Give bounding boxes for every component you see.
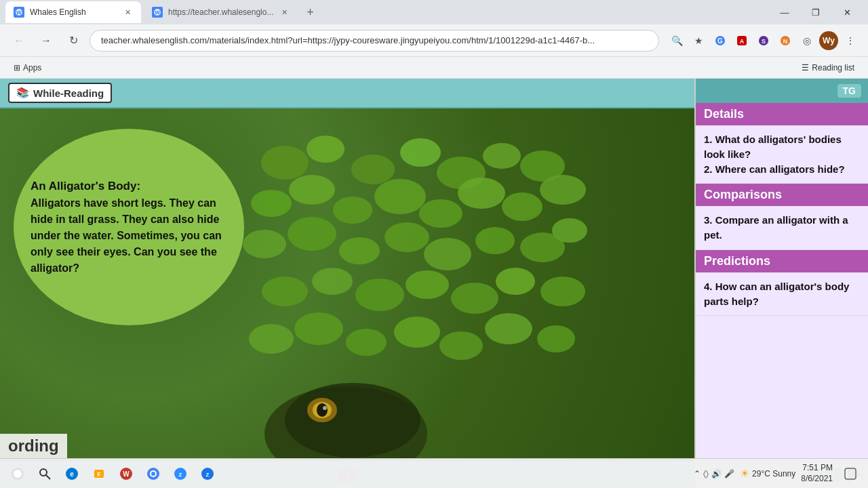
svg-text:F: F xyxy=(97,471,101,478)
main-content: 📚 While-Reading xyxy=(0,79,868,488)
taskbar-start-icon[interactable] xyxy=(5,462,30,486)
search-icon[interactable]: 🔍 xyxy=(667,31,686,50)
tg-badge: TG xyxy=(837,84,861,98)
back-button[interactable]: ← xyxy=(8,30,30,52)
apps-grid-icon: ⊞ xyxy=(14,63,20,73)
apps-bookmark[interactable]: ⊞ Apps xyxy=(8,60,47,76)
taskbar-right: ⌃ 〈〉 🔊 🎤 ☀ 29°C Sunny 7:51 PM 8/6/2021 xyxy=(694,462,863,486)
svg-text:S: S xyxy=(762,38,766,45)
menu-button[interactable]: ⋮ xyxy=(841,31,860,50)
apps-label: Apps xyxy=(23,63,41,73)
svg-line-58 xyxy=(46,475,50,479)
reload-button[interactable]: ↻ xyxy=(62,30,84,52)
window-controls: — ❐ ✕ xyxy=(769,0,863,24)
profile-button[interactable]: Wy xyxy=(819,31,838,50)
bottom-partial-text: ording xyxy=(0,434,67,458)
toolbar-icons: 🔍 ★ G A S N ◎ Wy ⋮ xyxy=(667,31,860,50)
tab-close-1[interactable]: ✕ xyxy=(122,7,133,18)
tab-inactive[interactable]: W https://teacher.whalesenglo... ✕ xyxy=(144,1,298,23)
reading-list-button[interactable]: ☰ Reading list xyxy=(796,62,860,74)
bookmarks-bar: ⊞ Apps ☰ Reading list xyxy=(0,57,868,79)
tab-favicon-2: W xyxy=(152,7,163,18)
minimize-button[interactable]: — xyxy=(769,0,800,24)
svg-text:W: W xyxy=(123,470,130,478)
taskbar-zoom-icon[interactable]: Z xyxy=(168,462,193,486)
while-reading-header: 📚 While-Reading xyxy=(0,79,694,108)
notification-icon[interactable] xyxy=(838,462,863,486)
url-bar[interactable]: teacher.whalesenglish.com/materials/inde… xyxy=(90,30,659,52)
svg-point-57 xyxy=(40,469,47,476)
taskbar-chrome-icon[interactable] xyxy=(141,462,165,486)
tab-active[interactable]: W Whales English ✕ xyxy=(5,1,141,23)
bookmark-star-icon[interactable]: ★ xyxy=(689,31,708,50)
taskbar-edge-icon[interactable]: e xyxy=(60,462,84,486)
comparisons-content: 3. Compare an alligator with a pet. xyxy=(696,206,868,250)
taskbar: e F W Z Z ⌃ 〈〉 🔊 🎤 ☀ 29°C Sunny 7:51 PM … xyxy=(0,458,868,488)
details-section: Details 1. What do alligators' bodies lo… xyxy=(696,103,868,184)
taskbar-whale-icon[interactable]: W xyxy=(114,462,138,486)
system-tray: ⌃ 〈〉 🔊 🎤 xyxy=(694,469,734,479)
extension-icon-2[interactable]: A xyxy=(732,31,751,50)
panel-header: TG xyxy=(696,79,868,103)
predictions-content: 4. How can an alligator's body parts hel… xyxy=(696,272,868,317)
tab-bar: W Whales English ✕ W https://teacher.wha… xyxy=(0,0,868,24)
svg-text:W: W xyxy=(155,9,160,16)
url-text: teacher.whalesenglish.com/materials/inde… xyxy=(101,35,595,45)
svg-text:A: A xyxy=(740,38,745,45)
tab-title-2: https://teacher.whalesenglo... xyxy=(168,7,273,17)
bubble-body: Alligators have short legs. They can hid… xyxy=(31,195,227,277)
extension-icon-3[interactable]: S xyxy=(754,31,773,50)
svg-text:e: e xyxy=(70,470,74,478)
slide-container: 📚 While-Reading xyxy=(0,79,694,488)
while-reading-label: While-Reading xyxy=(33,87,104,99)
predictions-section: Predictions 4. How can an alligator's bo… xyxy=(696,250,868,317)
address-bar: ← → ↻ teacher.whalesenglish.com/material… xyxy=(0,24,868,57)
svg-text:W: W xyxy=(16,9,22,16)
extension-icon-4[interactable]: N xyxy=(776,31,795,50)
taskbar-search-icon[interactable] xyxy=(33,462,57,486)
weather-text: 29°C Sunny xyxy=(752,469,795,479)
tab-favicon-1: W xyxy=(14,7,24,18)
details-content: 1. What do alligators' bodies look like?… xyxy=(696,125,868,184)
extensions-button[interactable]: ◎ xyxy=(797,31,816,50)
date-text: 8/6/2021 xyxy=(801,474,833,485)
slide-image-area: An Alligator's Body: Alligators have sho… xyxy=(0,108,694,461)
right-panel: TG Details 1. What do alligators' bodies… xyxy=(694,79,868,488)
tray-expand-icon[interactable]: ⌃ xyxy=(694,469,701,479)
taskbar-zoom2-icon[interactable]: Z xyxy=(195,462,220,486)
while-reading-badge: 📚 While-Reading xyxy=(8,83,112,103)
time-text: 7:51 PM xyxy=(801,463,833,474)
svg-text:Z: Z xyxy=(179,472,182,478)
predictions-header: Predictions xyxy=(696,250,868,272)
book-icon: 📚 xyxy=(16,87,29,99)
tab-close-2[interactable]: ✕ xyxy=(279,7,290,18)
mic-icon[interactable]: 🎤 xyxy=(724,469,734,479)
time-display: 7:51 PM 8/6/2021 xyxy=(801,463,833,484)
svg-point-56 xyxy=(14,470,22,478)
svg-rect-72 xyxy=(845,468,856,479)
svg-text:G: G xyxy=(717,37,723,45)
svg-text:N: N xyxy=(783,38,788,45)
network-icon[interactable]: 〈〉 xyxy=(703,469,709,479)
tab-title-1: Whales English xyxy=(30,7,117,17)
extension-icon-1[interactable]: G xyxy=(711,31,730,50)
comparisons-header: Comparisons xyxy=(696,184,868,206)
text-bubble: An Alligator's Body: Alligators have sho… xyxy=(14,129,244,325)
volume-icon[interactable]: 🔊 xyxy=(711,469,722,479)
taskbar-files-icon[interactable]: F xyxy=(87,462,111,486)
svg-text:Z: Z xyxy=(206,472,210,478)
bubble-content: An Alligator's Body: Alligators have sho… xyxy=(31,178,227,277)
reading-list-label: Reading list xyxy=(812,63,854,73)
close-button[interactable]: ✕ xyxy=(831,0,863,24)
weather-sun-icon: ☀ xyxy=(740,467,749,480)
browser-window: W Whales English ✕ W https://teacher.wha… xyxy=(0,0,868,79)
bubble-title: An Alligator's Body: xyxy=(31,178,227,195)
weather-display[interactable]: ☀ 29°C Sunny xyxy=(740,467,795,480)
forward-button[interactable]: → xyxy=(35,30,57,52)
new-tab-button[interactable]: + xyxy=(300,3,319,22)
reading-list-icon: ☰ xyxy=(802,63,809,73)
svg-point-67 xyxy=(151,472,155,476)
details-header: Details xyxy=(696,103,868,125)
comparisons-section: Comparisons 3. Compare an alligator with… xyxy=(696,184,868,250)
maximize-button[interactable]: ❐ xyxy=(800,0,831,24)
